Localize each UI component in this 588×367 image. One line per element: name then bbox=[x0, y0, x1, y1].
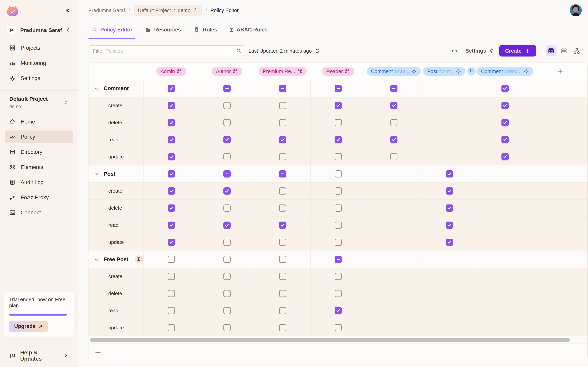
project-selector[interactable]: Default Project demo bbox=[5, 96, 73, 109]
permission-checkbox[interactable] bbox=[335, 153, 342, 160]
permission-checkbox[interactable] bbox=[279, 273, 286, 280]
permission-checkbox[interactable] bbox=[279, 256, 286, 263]
permission-checkbox[interactable] bbox=[279, 222, 286, 229]
permission-checkbox[interactable] bbox=[224, 222, 231, 229]
permission-checkbox[interactable] bbox=[335, 204, 342, 212]
permission-checkbox[interactable] bbox=[390, 153, 398, 160]
policy-settings-link[interactable]: Settings bbox=[465, 48, 494, 54]
breadcrumb-project-env-selector[interactable]: Default Project : demo bbox=[134, 5, 202, 16]
permission-checkbox[interactable] bbox=[279, 136, 286, 143]
permission-checkbox[interactable] bbox=[279, 119, 286, 126]
permission-checkbox[interactable] bbox=[224, 273, 231, 280]
permission-checkbox[interactable] bbox=[168, 187, 175, 195]
permission-checkbox[interactable] bbox=[446, 204, 453, 212]
view-toggle-tree-view[interactable] bbox=[571, 45, 582, 56]
permission-checkbox[interactable] bbox=[335, 222, 342, 229]
permission-checkbox[interactable] bbox=[168, 324, 175, 331]
permission-checkbox[interactable] bbox=[502, 102, 509, 109]
permission-checkbox[interactable] bbox=[335, 239, 342, 246]
derived-role-pill[interactable]: Post#Aut... bbox=[423, 67, 465, 76]
sidebar-item-connect[interactable]: Connect bbox=[5, 206, 73, 219]
workspace-selector[interactable]: P Pradumna Saraf bbox=[5, 24, 73, 36]
permission-checkbox[interactable] bbox=[335, 256, 342, 263]
refresh-icon[interactable] bbox=[315, 48, 320, 54]
permission-checkbox[interactable] bbox=[335, 102, 342, 109]
permission-checkbox[interactable] bbox=[390, 85, 398, 92]
permission-checkbox[interactable] bbox=[335, 85, 342, 92]
permission-checkbox[interactable] bbox=[168, 85, 175, 92]
permit-logo[interactable] bbox=[7, 6, 18, 16]
role-pill[interactable]: Admin bbox=[156, 67, 186, 76]
role-pill[interactable]: Premium Re... bbox=[259, 67, 306, 76]
tab-policy-editor[interactable]: Policy Editor bbox=[91, 21, 132, 39]
permission-checkbox[interactable] bbox=[224, 256, 231, 263]
permission-checkbox[interactable] bbox=[335, 290, 342, 297]
permission-checkbox[interactable] bbox=[168, 256, 175, 263]
add-role-button[interactable] bbox=[557, 68, 563, 75]
permission-checkbox[interactable] bbox=[446, 170, 453, 177]
help-and-updates[interactable]: ? Help & Updates bbox=[5, 350, 73, 362]
sidebar-item-settings[interactable]: Settings bbox=[5, 72, 73, 85]
expand-horizontal-icon[interactable] bbox=[451, 48, 458, 54]
tab-abac-rules[interactable]: ΣABAC Rules bbox=[230, 21, 268, 39]
horizontal-scrollbar[interactable] bbox=[90, 338, 570, 342]
permission-checkbox[interactable] bbox=[168, 170, 175, 177]
sidebar-item-home[interactable]: Home bbox=[5, 115, 73, 128]
breadcrumb-workspace[interactable]: Pradumna Saraf bbox=[88, 7, 125, 13]
permission-checkbox[interactable] bbox=[502, 136, 509, 143]
permission-checkbox[interactable] bbox=[335, 273, 342, 280]
permission-checkbox[interactable] bbox=[446, 239, 453, 246]
sidebar-item-monitoring[interactable]: Monitoring bbox=[5, 57, 73, 69]
sidebar-item-audit-log[interactable]: Audit Log bbox=[5, 176, 73, 189]
permission-checkbox[interactable] bbox=[279, 170, 286, 177]
permission-checkbox[interactable] bbox=[502, 153, 509, 160]
permission-checkbox[interactable] bbox=[224, 204, 231, 212]
permission-checkbox[interactable] bbox=[390, 136, 398, 143]
permission-checkbox[interactable] bbox=[279, 102, 286, 109]
permission-checkbox[interactable] bbox=[224, 85, 231, 92]
permission-checkbox[interactable] bbox=[502, 85, 509, 92]
chevron-down-icon[interactable] bbox=[94, 85, 99, 91]
permission-checkbox[interactable] bbox=[279, 324, 286, 331]
user-avatar[interactable] bbox=[570, 4, 582, 16]
permission-checkbox[interactable] bbox=[168, 290, 175, 297]
permission-checkbox[interactable] bbox=[168, 204, 175, 212]
permission-checkbox[interactable] bbox=[168, 222, 175, 229]
permission-checkbox[interactable] bbox=[224, 119, 231, 126]
permission-checkbox[interactable] bbox=[224, 290, 231, 297]
permission-checkbox[interactable] bbox=[224, 324, 231, 331]
permission-checkbox[interactable] bbox=[224, 187, 231, 195]
permission-checkbox[interactable] bbox=[335, 187, 342, 195]
permission-checkbox[interactable] bbox=[279, 307, 286, 314]
chevron-down-icon[interactable] bbox=[94, 257, 99, 262]
tab-resources[interactable]: Resources bbox=[145, 21, 181, 39]
permission-checkbox[interactable] bbox=[446, 187, 453, 195]
permission-checkbox[interactable] bbox=[168, 153, 175, 160]
permission-checkbox[interactable] bbox=[502, 119, 509, 126]
permission-checkbox[interactable] bbox=[168, 102, 175, 109]
role-pill[interactable]: Author bbox=[212, 67, 242, 76]
permission-checkbox[interactable] bbox=[168, 119, 175, 126]
permission-checkbox[interactable] bbox=[168, 273, 175, 280]
permission-checkbox[interactable] bbox=[335, 324, 342, 331]
permission-checkbox[interactable] bbox=[168, 239, 175, 246]
tab-roles[interactable]: Roles bbox=[194, 21, 217, 39]
permission-checkbox[interactable] bbox=[224, 136, 231, 143]
sidebar-item-elements[interactable]: Elements bbox=[5, 161, 73, 174]
derived-role-pill[interactable]: Comment#Aut... bbox=[367, 67, 421, 76]
derived-role-pill[interactable]: Comment#Mod... bbox=[477, 67, 533, 76]
permission-checkbox[interactable] bbox=[279, 153, 286, 160]
permission-checkbox[interactable] bbox=[335, 136, 342, 143]
add-resource-button[interactable] bbox=[93, 347, 103, 357]
permission-checkbox[interactable] bbox=[390, 119, 398, 126]
permission-checkbox[interactable] bbox=[224, 102, 231, 109]
filter-policies-input[interactable] bbox=[88, 45, 245, 56]
sidebar-item-projects[interactable]: Projects bbox=[5, 42, 73, 54]
permission-checkbox[interactable] bbox=[224, 239, 231, 246]
permission-checkbox[interactable] bbox=[224, 307, 231, 314]
view-toggle-table-view[interactable] bbox=[546, 45, 556, 56]
sidebar-item-directory[interactable]: Directory bbox=[5, 146, 73, 158]
permission-checkbox[interactable] bbox=[446, 222, 453, 229]
permission-checkbox[interactable] bbox=[335, 307, 342, 314]
permission-checkbox[interactable] bbox=[335, 119, 342, 126]
